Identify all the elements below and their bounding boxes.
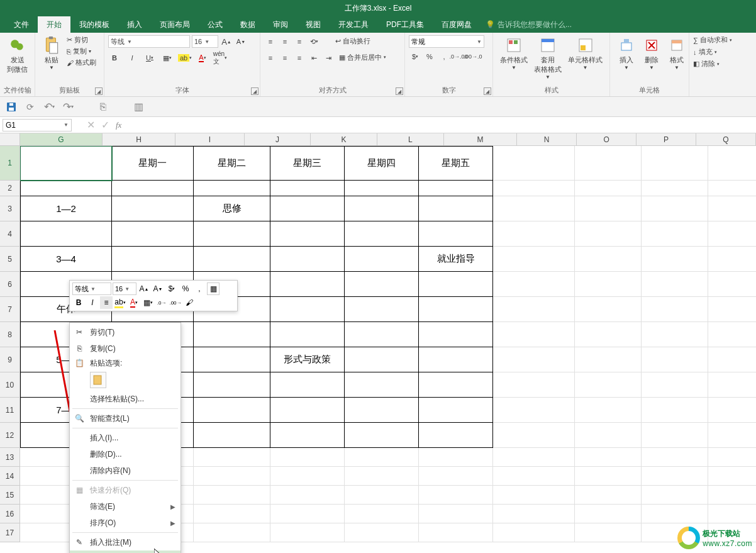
- column-headers[interactable]: GHIJKLMNOPQ: [20, 133, 756, 146]
- ctx-paste-special[interactable]: 选择性粘贴(S)...: [70, 391, 181, 407]
- row-header[interactable]: 1: [0, 146, 19, 181]
- mini-font-combo[interactable]: 等线▼: [72, 282, 111, 295]
- mini-decrease-font-icon[interactable]: A▼: [152, 282, 164, 295]
- cell[interactable]: [642, 423, 708, 448]
- cell[interactable]: [112, 221, 194, 247]
- tab-templates[interactable]: 我的模板: [70, 16, 118, 33]
- cell[interactable]: [642, 247, 708, 272]
- align-top-icon[interactable]: ≡: [264, 35, 277, 48]
- mini-dec-inc-icon[interactable]: .0→: [155, 296, 168, 309]
- cut-button[interactable]: ✂剪切: [67, 35, 96, 45]
- cell[interactable]: [345, 322, 419, 347]
- row-header[interactable]: 4: [0, 221, 19, 247]
- cell[interactable]: 3—4: [20, 247, 112, 272]
- mini-dec-dec-icon[interactable]: .00→: [169, 296, 182, 309]
- cell[interactable]: [270, 272, 345, 297]
- delete-cells-button[interactable]: 删除▼: [639, 35, 664, 72]
- cell[interactable]: [493, 196, 575, 221]
- cell[interactable]: [708, 467, 756, 486]
- cell[interactable]: [270, 322, 345, 347]
- cell[interactable]: [419, 398, 493, 423]
- mini-size-combo[interactable]: 16▼: [113, 282, 136, 295]
- cell[interactable]: [345, 297, 419, 322]
- cell[interactable]: [708, 347, 756, 372]
- tab-file[interactable]: 文件: [5, 16, 38, 33]
- cell[interactable]: [419, 272, 493, 297]
- font-size-combo[interactable]: 16▼: [192, 35, 218, 48]
- formula-input[interactable]: [121, 119, 756, 131]
- copy-button[interactable]: ⎘复制▾: [67, 47, 96, 56]
- cell[interactable]: [493, 146, 575, 181]
- cell[interactable]: [642, 467, 708, 486]
- cell[interactable]: [575, 467, 642, 486]
- cell[interactable]: [708, 272, 756, 297]
- row-header[interactable]: 14: [0, 467, 19, 486]
- border-button[interactable]: ▦▾: [161, 52, 174, 64]
- cell[interactable]: [575, 322, 642, 347]
- cell[interactable]: [419, 347, 493, 372]
- cell[interactable]: [708, 247, 756, 272]
- cell[interactable]: [345, 448, 419, 467]
- cell[interactable]: [194, 398, 270, 423]
- cell[interactable]: [419, 486, 493, 505]
- cell[interactable]: [575, 181, 642, 196]
- clear-button[interactable]: ◧清除▾: [693, 59, 746, 69]
- tab-insert[interactable]: 插入: [118, 16, 151, 33]
- cell[interactable]: [642, 347, 708, 372]
- cell[interactable]: [493, 467, 575, 486]
- cell[interactable]: [575, 146, 642, 181]
- ctx-sort[interactable]: 排序(O)▶: [70, 515, 181, 531]
- cell[interactable]: [345, 467, 419, 486]
- row-header[interactable]: 6: [0, 272, 19, 297]
- row-header[interactable]: 8: [0, 322, 19, 347]
- number-format-combo[interactable]: 常规▼: [409, 35, 484, 48]
- cell[interactable]: [493, 347, 575, 372]
- col-header[interactable]: K: [311, 133, 377, 145]
- cell[interactable]: [575, 297, 642, 322]
- cell[interactable]: [345, 486, 419, 505]
- col-header[interactable]: J: [245, 133, 311, 145]
- cell[interactable]: [112, 181, 194, 196]
- cell[interactable]: [345, 196, 419, 221]
- cell[interactable]: [575, 398, 642, 423]
- cell[interactable]: [575, 505, 642, 523]
- cell[interactable]: [493, 505, 575, 523]
- cell[interactable]: [270, 486, 345, 505]
- cell[interactable]: [708, 505, 756, 523]
- indent-decrease-icon[interactable]: ⇤: [308, 52, 320, 64]
- cell[interactable]: [575, 372, 642, 398]
- mini-format-painter-icon[interactable]: 🖌: [183, 296, 196, 309]
- align-bottom-icon[interactable]: ≡: [293, 35, 306, 48]
- name-box[interactable]: G1 ▼: [3, 119, 72, 131]
- tab-baidu[interactable]: 百度网盘: [433, 16, 481, 33]
- ctx-clear[interactable]: 清除内容(N): [70, 462, 181, 479]
- cell[interactable]: [194, 505, 270, 523]
- cell[interactable]: [419, 297, 493, 322]
- insert-cells-button[interactable]: 插入▼: [614, 35, 639, 72]
- cell[interactable]: [493, 297, 575, 322]
- cell[interactable]: [642, 505, 708, 523]
- align-left-icon[interactable]: ≡: [264, 52, 277, 64]
- tab-review[interactable]: 审阅: [264, 16, 297, 33]
- cell[interactable]: [345, 523, 419, 542]
- tab-formulas[interactable]: 公式: [199, 16, 231, 33]
- cell[interactable]: [20, 221, 112, 247]
- fx-icon[interactable]: fx: [116, 120, 121, 130]
- cell-style-button[interactable]: 单元格样式▼: [565, 35, 606, 72]
- row-header[interactable]: 16: [0, 505, 19, 523]
- cell[interactable]: [112, 247, 194, 272]
- cell[interactable]: [642, 181, 708, 196]
- cell[interactable]: [493, 372, 575, 398]
- cell[interactable]: [419, 181, 493, 196]
- row-header[interactable]: 9: [0, 347, 19, 372]
- mini-font-color-icon[interactable]: A▾: [128, 296, 140, 309]
- cell[interactable]: [419, 505, 493, 523]
- mini-fill-color-icon[interactable]: ab▾: [114, 296, 126, 309]
- tell-me-search[interactable]: 💡 告诉我您想要做什么...: [486, 16, 572, 33]
- cell[interactable]: [708, 196, 756, 221]
- redo-button[interactable]: ↷▾: [60, 99, 75, 115]
- cell[interactable]: [345, 372, 419, 398]
- cell[interactable]: 1—2: [20, 196, 112, 221]
- cell[interactable]: [194, 322, 270, 347]
- cell[interactable]: [194, 423, 270, 448]
